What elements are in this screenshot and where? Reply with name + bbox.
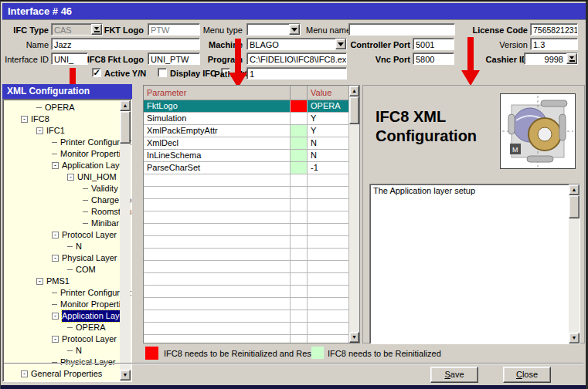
cashier-id-dropdown-icon[interactable] <box>566 53 577 64</box>
path-id-field[interactable]: 1 <box>246 67 347 79</box>
cell-value[interactable] <box>308 335 349 343</box>
table-row[interactable]: XmlDeclN <box>144 137 359 150</box>
cell-value[interactable]: -1 <box>308 162 349 174</box>
window-title-bar[interactable]: Interface # 46 <box>2 3 586 20</box>
cell-parameter[interactable]: Simulation <box>144 113 291 125</box>
cell-value[interactable] <box>308 273 349 286</box>
cell-parameter[interactable]: XmlDecl <box>144 137 291 150</box>
tree-item[interactable]: OPERA <box>3 322 119 333</box>
table-row[interactable] <box>144 298 359 310</box>
cell-parameter[interactable]: XmlPackEmptyAttr <box>144 125 291 137</box>
cell-value[interactable] <box>308 261 349 273</box>
cell-value[interactable] <box>308 249 349 261</box>
tree-scrollbar[interactable]: ▲ ▼ <box>120 100 131 381</box>
parameter-table[interactable]: Parameter Value FktLogoOPERASimulationYX… <box>143 85 360 343</box>
table-row[interactable] <box>144 249 359 261</box>
collapse-icon[interactable]: - <box>52 162 59 169</box>
active-checkbox[interactable]: ✓ <box>92 68 101 77</box>
cell-parameter[interactable] <box>144 249 291 261</box>
cell-parameter[interactable] <box>144 323 291 335</box>
description-scrollbar[interactable]: ▲ ▼ <box>569 184 580 343</box>
cell-value[interactable]: Y <box>308 113 349 125</box>
cell-parameter[interactable] <box>144 310 291 323</box>
tree-item[interactable]: Minibar <box>3 218 119 229</box>
menu-name-field[interactable] <box>348 23 455 36</box>
tree-item[interactable]: -Protocol Layer <box>3 229 119 241</box>
cell-value[interactable] <box>308 187 349 199</box>
close-button[interactable]: Close <box>503 367 551 383</box>
tree-item[interactable]: OPERA <box>3 102 119 113</box>
tree-item[interactable]: COM <box>3 264 119 276</box>
table-row[interactable] <box>144 224 359 236</box>
table-row[interactable] <box>144 273 359 286</box>
cell-parameter[interactable] <box>144 211 291 224</box>
collapse-icon[interactable]: - <box>52 313 59 320</box>
collapse-icon[interactable]: - <box>36 127 43 134</box>
fkt-logo-field[interactable]: PTW <box>148 23 200 36</box>
tree-item[interactable]: Validity <box>3 183 119 194</box>
license-code-field[interactable]: 7565821231 <box>530 23 578 36</box>
tree-item[interactable]: -IFC1 <box>3 125 119 137</box>
table-scrollbar-thumb[interactable] <box>349 96 359 124</box>
cell-parameter[interactable]: FktLogo <box>144 100 291 113</box>
tree-item[interactable]: -Protocol Layer <box>3 333 119 345</box>
cell-value[interactable] <box>308 224 349 236</box>
collapse-icon[interactable]: - <box>52 336 59 343</box>
version-field[interactable]: 1.3 <box>530 38 578 50</box>
cell-parameter[interactable] <box>144 298 291 310</box>
table-row[interactable]: XmlPackEmptyAttrY <box>144 125 359 137</box>
cell-value[interactable] <box>308 199 349 211</box>
cell-value[interactable] <box>308 286 349 298</box>
cell-value[interactable] <box>308 298 349 310</box>
cell-parameter[interactable] <box>144 335 291 343</box>
scroll-down-icon[interactable]: ▼ <box>569 333 580 343</box>
tree-scrollbar-thumb[interactable] <box>120 111 131 144</box>
cell-value[interactable] <box>308 174 349 187</box>
machine-combo[interactable]: BLAGO <box>246 38 347 50</box>
cell-value[interactable] <box>308 310 349 323</box>
table-row[interactable] <box>144 323 359 335</box>
table-row[interactable] <box>144 174 359 187</box>
tree-item[interactable]: Printer Configuration <box>3 287 119 299</box>
table-row[interactable] <box>144 286 359 298</box>
table-row[interactable]: ParseCharSet-1 <box>144 162 359 174</box>
tree-item[interactable]: -IFC8 <box>3 113 119 125</box>
column-header-value[interactable]: Value <box>308 86 349 100</box>
tree-item[interactable]: Charge Posting <box>3 194 119 206</box>
cell-parameter[interactable] <box>144 286 291 298</box>
cell-parameter[interactable]: ParseCharSet <box>144 162 291 174</box>
tree-item[interactable]: N <box>3 241 119 252</box>
menu-type-dropdown-icon[interactable] <box>289 24 300 35</box>
cell-parameter[interactable] <box>144 273 291 286</box>
tree-item[interactable]: -PMS1 <box>3 276 119 287</box>
cell-value[interactable] <box>308 211 349 224</box>
controller-port-field[interactable]: 5001 <box>413 38 454 50</box>
collapse-icon[interactable]: - <box>36 278 43 285</box>
cell-parameter[interactable] <box>144 236 291 249</box>
cell-parameter[interactable] <box>144 199 291 211</box>
scroll-up-icon[interactable]: ▲ <box>569 184 580 195</box>
table-scrollbar[interactable]: ▲ ▼ <box>349 86 359 343</box>
name-field[interactable]: Jazz <box>51 38 200 50</box>
cell-parameter[interactable] <box>144 261 291 273</box>
table-row[interactable] <box>144 187 359 199</box>
tree-item[interactable]: -UNI_HOM <box>3 171 119 183</box>
tree-item[interactable]: -General Properties <box>3 368 119 380</box>
tree-item[interactable]: Roomstatus <box>3 206 119 218</box>
interface-id-field[interactable]: UNI_ <box>51 52 88 65</box>
cell-parameter[interactable]: InLineSchema <box>144 150 291 162</box>
cell-parameter[interactable] <box>144 224 291 236</box>
table-row[interactable] <box>144 211 359 224</box>
cell-value[interactable] <box>308 323 349 335</box>
cashier-id-field[interactable]: 9998 <box>524 52 578 65</box>
scroll-up-icon[interactable]: ▲ <box>120 100 131 111</box>
table-row[interactable] <box>144 310 359 323</box>
table-row[interactable]: InLineSchemaN <box>144 150 359 162</box>
column-header-status[interactable] <box>291 86 308 100</box>
table-row[interactable] <box>144 261 359 273</box>
tree-item[interactable]: Printer Configuration <box>3 137 119 148</box>
cell-parameter[interactable] <box>144 174 291 187</box>
collapse-icon[interactable]: - <box>67 174 74 181</box>
cell-value[interactable]: N <box>308 137 349 150</box>
display-ifc-checkbox[interactable] <box>158 68 167 77</box>
